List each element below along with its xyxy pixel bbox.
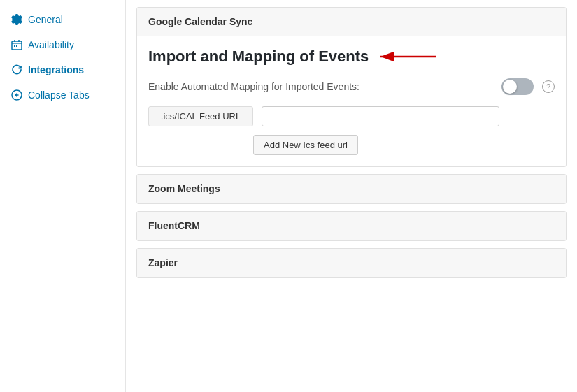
sidebar-item-collapse-tabs[interactable]: Collapse Tabs — [0, 82, 125, 108]
main-content: Google Calendar Sync Import and Mapping … — [126, 0, 577, 392]
import-title-section: Import and Mapping of Events — [137, 36, 566, 66]
sidebar-item-label-general: General — [28, 14, 63, 25]
red-arrow-icon — [377, 48, 440, 65]
ics-label-box: .ics/ICAL Feed URL — [148, 106, 253, 126]
add-ics-row: Add New Ics feed url — [148, 135, 555, 155]
svg-rect-4 — [16, 45, 17, 47]
help-icon[interactable]: ? — [542, 80, 555, 93]
sidebar-item-integrations[interactable]: Integrations — [0, 57, 125, 82]
circle-arrow-icon — [11, 89, 22, 101]
sync-icon — [11, 64, 22, 75]
google-calendar-panel: Google Calendar Sync Import and Mapping … — [136, 7, 567, 167]
ics-feed-input[interactable] — [262, 106, 499, 126]
gear-icon — [11, 14, 22, 25]
zoom-meetings-header[interactable]: Zoom Meetings — [137, 175, 566, 203]
google-calendar-header: Google Calendar Sync — [137, 8, 566, 36]
import-title: Import and Mapping of Events — [148, 48, 369, 66]
sidebar-item-label-collapse-tabs: Collapse Tabs — [28, 89, 90, 101]
ics-feed-row: .ics/ICAL Feed URL — [148, 106, 555, 126]
zapier-panel: Zapier — [136, 248, 567, 278]
svg-rect-2 — [18, 40, 20, 42]
svg-rect-3 — [14, 45, 15, 47]
svg-rect-1 — [14, 40, 15, 42]
sidebar-item-availability[interactable]: Availability — [0, 32, 125, 57]
zoom-meetings-panel: Zoom Meetings — [136, 174, 567, 204]
sidebar: General Availability — [0, 0, 126, 392]
fluent-crm-panel: FluentCRM — [136, 211, 567, 241]
sidebar-item-label-availability: Availability — [28, 39, 74, 50]
mapping-row: Enable Automated Mapping for Imported Ev… — [148, 78, 555, 95]
ics-label: .ics/ICAL Feed URL — [161, 111, 241, 122]
import-panel-body: Enable Automated Mapping for Imported Ev… — [137, 67, 566, 166]
toggle-thumb — [503, 80, 517, 94]
calendar-icon — [11, 39, 22, 50]
automated-mapping-toggle[interactable] — [501, 78, 534, 95]
toggle-track — [501, 78, 534, 95]
add-ics-button[interactable]: Add New Ics feed url — [253, 135, 358, 155]
zapier-header[interactable]: Zapier — [137, 249, 566, 277]
sidebar-item-general[interactable]: General — [0, 7, 125, 32]
fluent-crm-header[interactable]: FluentCRM — [137, 212, 566, 240]
sidebar-item-label-integrations: Integrations — [28, 64, 84, 75]
mapping-label: Enable Automated Mapping for Imported Ev… — [148, 81, 490, 92]
mapping-controls: ? — [501, 78, 555, 95]
google-calendar-title: Google Calendar Sync — [148, 16, 252, 27]
import-title-row: Import and Mapping of Events — [148, 48, 555, 66]
